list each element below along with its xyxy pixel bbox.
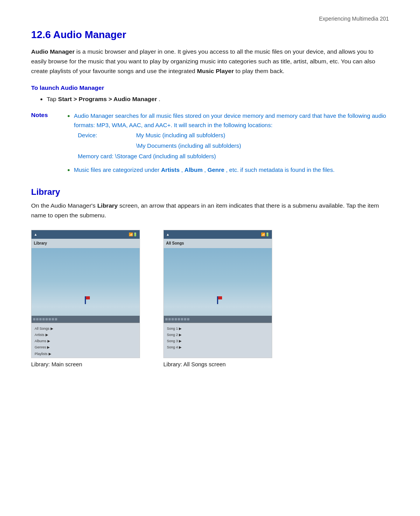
launch-period: . xyxy=(159,96,160,102)
menu-item-song-1[interactable]: Song 1 ▶ xyxy=(167,325,269,332)
screen-2-toolbar xyxy=(164,316,272,323)
screen-1-icons: 📶🔋 xyxy=(129,233,137,236)
menu-item-song-4[interactable]: Song 4 ▶ xyxy=(167,344,269,350)
toolbar-dot-s2-8 xyxy=(187,318,189,320)
library-para-before: On the Audio Manager's xyxy=(31,202,97,209)
screen-1-boat xyxy=(80,296,91,315)
library-paragraph: On the Audio Manager's Library screen, a… xyxy=(31,201,389,220)
menu-item-genres[interactable]: Genres ▶ xyxy=(35,344,136,350)
notes-device-path-col: My Music (including all subfolders) \My … xyxy=(136,130,241,151)
menu-item-artists[interactable]: Artists ▶ xyxy=(35,332,136,338)
page-header-text: Experiencing Multimedia 201 xyxy=(319,16,389,22)
menu-item-song-2[interactable]: Song 2 ▶ xyxy=(167,332,269,338)
toolbar-dot-4 xyxy=(42,318,45,320)
notes-memory-card: Memory card: \Storage Card (including al… xyxy=(78,151,389,161)
notes-item-2: Music files are categorized under Artist… xyxy=(74,165,389,175)
menu-item-albums[interactable]: Albums ▶ xyxy=(35,338,136,344)
toolbar-dot-s2-4 xyxy=(175,318,177,320)
screen-1-inner: ▲ 📶🔋 Library xyxy=(32,230,140,358)
screenshots-row: ▲ 📶🔋 Library xyxy=(31,230,389,367)
toolbar-dot-3 xyxy=(39,318,42,320)
launch-title: To launch Audio Manager xyxy=(31,84,389,91)
screenshot-1-item: ▲ 📶🔋 Library xyxy=(31,230,140,367)
toolbar-dot-5 xyxy=(46,318,48,320)
toolbar-dot-s2-2 xyxy=(168,318,171,320)
screenshot-2-item: ▲ 📶🔋 All Songs xyxy=(163,230,272,367)
notes-section: Notes Audio Manager searches for all mus… xyxy=(31,111,389,178)
toolbar-dot-s2-1 xyxy=(165,318,168,320)
launch-section: To launch Audio Manager Tap Start > Prog… xyxy=(31,84,389,104)
screenshot-2-box: ▲ 📶🔋 All Songs xyxy=(163,230,272,358)
notes-label: Notes xyxy=(31,111,66,178)
toolbar-dot-6 xyxy=(49,318,51,320)
intro-paragraph: Audio Manager is a music browser and pla… xyxy=(31,47,389,76)
screen-1-time: ▲ xyxy=(34,233,37,236)
screen-2-menu-items: Song 1 ▶ Song 2 ▶ Song 3 ▶ Song 4 ▶ xyxy=(164,323,272,353)
launch-bullet-list: Tap Start > Programs > Audio Manager . xyxy=(47,94,389,104)
toolbar-dot-s2-6 xyxy=(181,318,183,320)
section-title: 12.6 Audio Manager xyxy=(31,29,389,41)
notes-artists-bold: Artists xyxy=(161,166,180,173)
notes-genre-bold: Genre xyxy=(208,166,224,173)
screen-2-menu: Song 1 ▶ Song 2 ▶ Song 3 ▶ Song 4 ▶ xyxy=(164,323,272,358)
menu-item-playlists[interactable]: Playlists ▶ xyxy=(35,351,136,357)
notes-item-2-after: , etc. if such metadata is found in the … xyxy=(226,166,334,173)
notes-bullet-list: Audio Manager searches for all music fil… xyxy=(74,111,389,175)
screen-2-time: ▲ xyxy=(166,233,170,236)
toolbar-dot-s2-5 xyxy=(178,318,180,320)
notes-content: Audio Manager searches for all music fil… xyxy=(66,111,389,178)
screen-2-header-bar: ▲ 📶🔋 xyxy=(164,230,272,239)
page-header: Experiencing Multimedia 201 xyxy=(31,16,389,22)
screen-2-boat xyxy=(212,296,224,315)
audio-manager-bold: Audio Manager xyxy=(31,48,75,55)
screen-2-title-text: All Songs xyxy=(166,241,184,245)
screen-1-title-text: Library xyxy=(34,241,47,245)
toolbar-dot-8 xyxy=(55,318,57,320)
library-bold: Library xyxy=(97,202,118,209)
toolbar-dot-1 xyxy=(33,318,35,320)
notes-mid2: , xyxy=(204,166,207,173)
music-player-bold: Music Player xyxy=(197,68,234,74)
screen-2-icons: 📶🔋 xyxy=(261,233,270,236)
screen-2-boat-flag xyxy=(217,296,218,304)
notes-album-bold: Album xyxy=(184,166,203,173)
notes-device-path-1: My Music (including all subfolders) xyxy=(136,130,241,140)
toolbar-dot-s2-3 xyxy=(172,318,174,320)
screen-2-inner: ▲ 📶🔋 All Songs xyxy=(164,230,272,358)
library-title: Library xyxy=(31,187,389,197)
notes-device-path-2: \My Documents (including all subfolders) xyxy=(136,140,241,151)
launch-tap-text: Tap xyxy=(47,96,58,102)
toolbar-dot-7 xyxy=(52,318,54,320)
screen-1-toolbar xyxy=(32,316,140,323)
screen-1-header-bar: ▲ 📶🔋 xyxy=(32,230,140,239)
screen-1-boat-flag xyxy=(85,296,86,304)
notes-device-row: Device: My Music (including all subfolde… xyxy=(78,130,389,151)
screen-1-title-bar: Library xyxy=(32,239,140,248)
notes-item-2-before: Music files are categorized under xyxy=(74,166,161,173)
notes-item-1: Audio Manager searches for all music fil… xyxy=(74,111,389,161)
screen-1-menu-items: All Songs ▶ Artists ▶ Albums ▶ Genres ▶ … xyxy=(32,323,140,358)
toolbar-dot-s2-7 xyxy=(184,318,186,320)
launch-bold-instruction: Start > Programs > Audio Manager xyxy=(58,96,157,102)
toolbar-dot-2 xyxy=(36,318,38,320)
screen-1-menu: All Songs ▶ Artists ▶ Albums ▶ Genres ▶ … xyxy=(32,323,140,358)
menu-item-all-songs[interactable]: All Songs ▶ xyxy=(35,325,136,332)
intro-text-end: to play them back. xyxy=(236,68,285,74)
notes-item-1-text: Audio Manager searches for all music fil… xyxy=(74,112,386,128)
screenshot-2-caption: Library: All Songs screen xyxy=(163,361,226,367)
menu-item-song-3[interactable]: Song 3 ▶ xyxy=(167,338,269,344)
launch-bullet-item: Tap Start > Programs > Audio Manager . xyxy=(47,94,389,104)
notes-device-label: Device: xyxy=(78,130,124,151)
screenshot-1-caption: Library: Main screen xyxy=(31,361,82,367)
screen-2-title-bar: All Songs xyxy=(164,239,272,248)
notes-device-paths: Device: My Music (including all subfolde… xyxy=(78,130,389,161)
screenshot-1-box: ▲ 📶🔋 Library xyxy=(31,230,140,358)
